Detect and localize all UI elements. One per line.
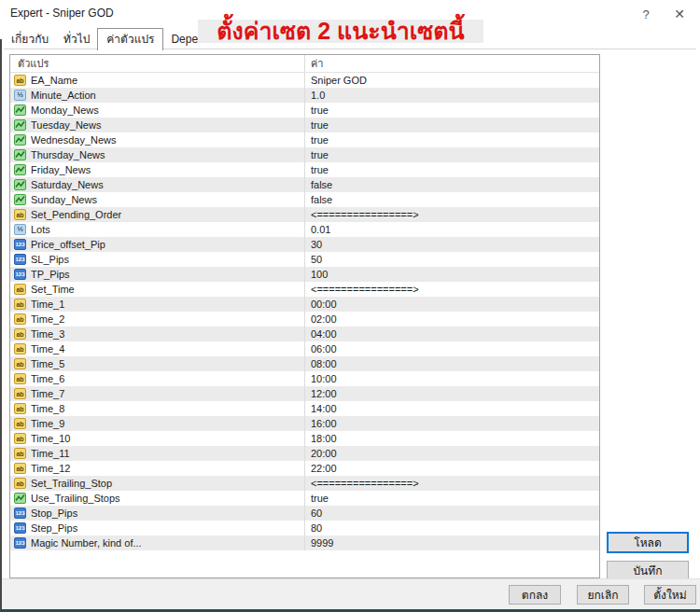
cancel-button[interactable]: ยกเลิก xyxy=(577,585,629,605)
param-value[interactable]: 9999 xyxy=(305,536,599,550)
param-value[interactable]: 04:00 xyxy=(305,327,599,341)
param-row[interactable]: Friday_Newstrue xyxy=(10,162,599,177)
param-value[interactable]: 02:00 xyxy=(305,312,599,327)
param-row[interactable]: Saturday_Newsfalse xyxy=(10,177,599,192)
param-row[interactable]: abTime_1018:00 xyxy=(10,431,599,446)
param-row[interactable]: abTime_1120:00 xyxy=(10,446,599,461)
param-name: Time_11 xyxy=(31,448,70,459)
param-value[interactable]: true xyxy=(305,118,599,132)
tab-common[interactable]: ทั่วไป xyxy=(56,30,97,49)
param-row[interactable]: Use_Trailing_Stopstrue xyxy=(10,491,599,506)
param-value[interactable]: 60 xyxy=(305,506,599,521)
param-name: Minute_Action xyxy=(31,90,96,101)
param-name: TP_Pips xyxy=(31,269,70,280)
param-value[interactable]: true xyxy=(305,162,599,177)
param-row[interactable]: Monday_Newstrue xyxy=(10,103,599,118)
param-name: Time_12 xyxy=(31,463,70,474)
param-row[interactable]: Wednesday_Newstrue xyxy=(10,132,599,147)
param-value[interactable]: true xyxy=(305,147,599,162)
param-value[interactable]: <================> xyxy=(305,207,599,222)
param-row[interactable]: abEA_NameSniper GOD xyxy=(10,73,599,88)
param-value[interactable]: 30 xyxy=(305,237,599,252)
param-name: Saturday_News xyxy=(31,179,104,190)
tab-about[interactable]: เกี่ยวกับ xyxy=(4,30,56,49)
param-value[interactable]: 16:00 xyxy=(305,416,599,431)
param-row[interactable]: abSet_Pending_Order<================> xyxy=(10,207,599,222)
param-value[interactable]: false xyxy=(305,192,599,207)
param-value[interactable]: false xyxy=(305,177,599,192)
param-value[interactable]: true xyxy=(305,103,599,118)
param-row[interactable]: abTime_304:00 xyxy=(10,327,599,341)
tab-inputs[interactable]: ค่าตัวแปร xyxy=(97,28,163,50)
param-row[interactable]: ½Lots0.01 xyxy=(10,222,599,237)
param-name: Tuesday_News xyxy=(31,119,101,131)
integer-icon: 123 xyxy=(14,537,26,549)
save-button[interactable]: บันทึก xyxy=(607,561,689,580)
param-name: Friday_News xyxy=(31,164,91,175)
param-row[interactable]: Thursday_Newstrue xyxy=(10,147,599,162)
param-row[interactable]: abTime_1222:00 xyxy=(10,461,599,476)
param-row[interactable]: 123Magic Number, kind of...9999 xyxy=(10,536,599,550)
param-value[interactable]: 14:00 xyxy=(305,401,599,416)
param-row[interactable]: Tuesday_Newstrue xyxy=(10,118,599,132)
param-row[interactable]: abTime_814:00 xyxy=(10,401,599,416)
string-icon: ab xyxy=(14,284,26,295)
param-row[interactable]: abSet_Trailing_Stop<================> xyxy=(10,476,599,491)
help-icon[interactable]: ? xyxy=(633,4,659,24)
param-row[interactable]: abTime_508:00 xyxy=(10,356,599,371)
param-value[interactable]: 20:00 xyxy=(305,446,599,461)
bool-icon xyxy=(14,194,26,205)
bool-icon xyxy=(14,179,26,190)
param-row[interactable]: abTime_406:00 xyxy=(10,341,599,356)
param-value[interactable]: Sniper GOD xyxy=(305,73,599,88)
param-value[interactable]: 00:00 xyxy=(305,297,599,312)
param-value[interactable]: 22:00 xyxy=(305,461,599,476)
param-row[interactable]: abTime_916:00 xyxy=(10,416,599,431)
param-name: Set_Trailing_Stop xyxy=(31,478,112,489)
param-row[interactable]: ½Minute_Action1.0 xyxy=(10,88,599,103)
param-value[interactable]: 06:00 xyxy=(305,341,599,356)
reset-button[interactable]: ตั้งใหม่ xyxy=(644,585,696,605)
string-icon: ab xyxy=(14,448,26,459)
param-row[interactable]: 123Price_offset_Pip30 xyxy=(10,237,599,252)
param-value[interactable]: 1.0 xyxy=(305,88,599,103)
param-row[interactable]: abTime_202:00 xyxy=(10,312,599,327)
param-value[interactable]: <================> xyxy=(305,476,599,491)
param-name: Time_9 xyxy=(31,418,64,429)
param-value[interactable]: 80 xyxy=(305,521,599,536)
param-row[interactable]: Sunday_Newsfalse xyxy=(10,192,599,207)
param-value[interactable]: 10:00 xyxy=(305,371,599,386)
param-value[interactable]: 08:00 xyxy=(305,356,599,371)
bool-icon xyxy=(14,119,26,131)
param-value[interactable]: <================> xyxy=(305,282,599,297)
param-value[interactable]: 100 xyxy=(305,267,599,282)
param-row[interactable]: abTime_100:00 xyxy=(10,297,599,312)
string-icon: ab xyxy=(14,75,26,86)
bool-icon xyxy=(14,104,26,116)
param-row[interactable]: 123TP_Pips100 xyxy=(10,267,599,282)
param-value[interactable]: 18:00 xyxy=(305,431,599,446)
param-value[interactable]: 0.01 xyxy=(305,222,599,237)
param-row[interactable]: 123Step_Pips80 xyxy=(10,521,599,536)
param-row[interactable]: 123SL_Pips50 xyxy=(10,252,599,267)
table-body: abEA_NameSniper GOD½Minute_Action1.0Mond… xyxy=(10,73,599,550)
string-icon: ab xyxy=(14,328,26,340)
param-value[interactable]: true xyxy=(305,132,599,147)
param-value[interactable]: true xyxy=(305,491,599,506)
param-row[interactable]: abTime_712:00 xyxy=(10,386,599,401)
param-value[interactable]: 50 xyxy=(305,252,599,267)
string-icon: ab xyxy=(14,388,26,399)
param-row[interactable]: abTime_610:00 xyxy=(10,371,599,386)
integer-icon: 123 xyxy=(14,522,26,534)
param-value[interactable]: 12:00 xyxy=(305,386,599,401)
ok-button[interactable]: ตกลง xyxy=(509,585,561,605)
load-button[interactable]: โหลด xyxy=(607,532,689,553)
column-header-variable: ตัวแปร xyxy=(10,55,305,72)
close-icon[interactable]: ✕ xyxy=(666,4,693,24)
param-name: Time_10 xyxy=(31,433,70,444)
bool-icon xyxy=(14,149,26,160)
param-row[interactable]: abSet_Time<================> xyxy=(10,282,599,297)
param-name: Time_4 xyxy=(31,343,64,355)
param-row[interactable]: 123Stop_Pips60 xyxy=(10,506,599,521)
param-name: Wednesday_News xyxy=(31,134,117,146)
